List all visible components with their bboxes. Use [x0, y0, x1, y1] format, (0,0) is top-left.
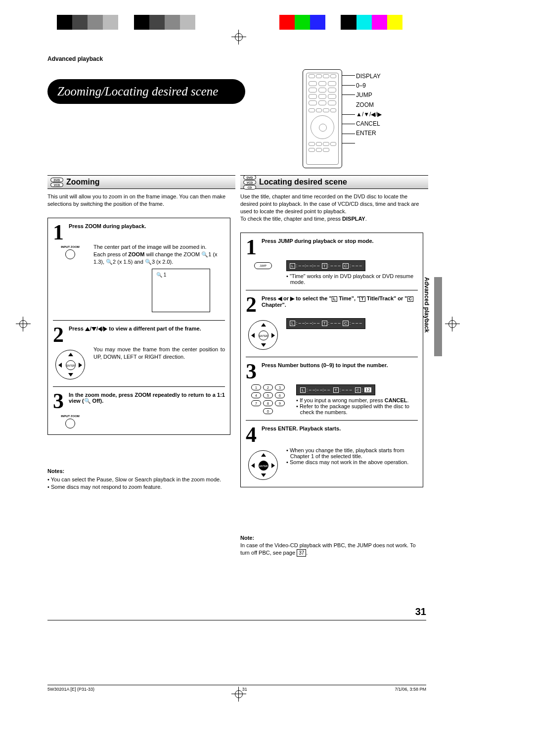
r-step4-bullet: Some discs may not work in the above ope… — [286, 459, 418, 465]
label-0-9: 0–9 — [356, 81, 382, 91]
zooming-heading: DVD VCD Zooming — [47, 175, 235, 189]
page-number-rule — [47, 620, 426, 620]
running-header: Advanced playback — [47, 55, 103, 62]
registration-cross-left — [16, 317, 31, 331]
number-pad-icon: 123 456 789 0 — [246, 384, 290, 414]
label-jump: JUMP — [356, 91, 382, 100]
step-number-3: 3 — [53, 392, 68, 410]
osd-display: L: – –:– –:– – T: – – – C: 12 — [296, 384, 375, 395]
r-step1-head: Press JUMP during playback or stop mode. — [262, 238, 418, 244]
zooming-intro: This unit will allow you to zoom in on t… — [47, 193, 230, 208]
thumb-tab-block — [434, 277, 442, 356]
zooming-steps-box: 1 Press ZOOM during playback. INPUT ZOOM… — [47, 218, 230, 435]
locating-heading: DVD VCD CD Locating desired scene — [240, 175, 428, 189]
badge-dvd: DVD — [243, 175, 256, 180]
r-step4-head: Press ENTER. Playback starts. — [262, 425, 418, 431]
osd-display: L: – –:– –:– – T: – – – C: – – – — [286, 260, 365, 271]
step1-desc2: Each press of ZOOM will change the ZOOM … — [93, 251, 225, 266]
footer-left: 5W30201A [E] (P31-33) — [47, 687, 94, 692]
osd-display: L: – –:– –:– – T: – – – C: – – – — [286, 318, 365, 329]
zoom-preview-screen: 🔍 1 — [152, 269, 210, 312]
dpad-icon: ENTER — [248, 450, 278, 480]
badge-vcd: VCD — [50, 183, 63, 187]
zoom-level-indicator: 🔍 1 — [156, 272, 166, 278]
zoom-btn-label: INPUT ZOOM — [53, 245, 88, 248]
page-number: 31 — [415, 606, 426, 617]
step1-head: Press ZOOM during playback. — [69, 223, 225, 229]
dpad-icon: ENTER — [55, 350, 85, 379]
callout-line — [342, 124, 355, 124]
thumb-tab-label: Advanced playback — [423, 277, 430, 332]
zooming-notes: Notes: You can select the Pause, Slow or… — [47, 468, 230, 491]
badge-vcd: VCD — [243, 180, 256, 185]
step2-head: Press /// to view a different part of th… — [69, 326, 225, 331]
label-enter: ENTER — [356, 129, 382, 138]
print-registration-grays — [57, 15, 195, 30]
jump-button-icon: JUMP — [254, 262, 272, 269]
locating-steps-box: 1 Press JUMP during playback or stop mod… — [240, 233, 423, 487]
step3-head: In the zoom mode, press ZOOM repeatedly … — [69, 392, 225, 404]
note-heading: Note: — [240, 534, 423, 542]
callout-line — [342, 143, 355, 143]
dpad-icon: ENTER — [248, 320, 278, 350]
callout-line — [342, 94, 355, 95]
label-arrows: ▲/▼/◀/▶ — [356, 110, 382, 119]
r-step3-head: Press Number buttons (0–9) to input the … — [262, 362, 418, 368]
r-step4-bullet: When you change the title, playback star… — [286, 447, 418, 459]
page-title: Zooming/Locating desired scene — [47, 79, 245, 104]
step-number-1: 1 — [53, 223, 68, 241]
locating-title: Locating desired scene — [259, 178, 347, 187]
callout-line — [342, 134, 355, 134]
page-root: Advanced playback Zooming/Locating desir… — [0, 0, 534, 756]
registration-cross-right — [445, 317, 460, 331]
badge-cd: CD — [243, 185, 256, 189]
label-cancel: CANCEL — [356, 119, 382, 129]
step-number-3: 3 — [246, 362, 261, 380]
step-number-1: 1 — [246, 238, 261, 256]
note-item: Some discs may not respond to zoom featu… — [47, 483, 230, 491]
zoom-btn-label-2: INPUT ZOOM — [53, 415, 88, 418]
remote-illustration — [303, 69, 342, 168]
notes-heading: Notes: — [47, 468, 230, 475]
note-item: You can select the Pause, Slow or Search… — [47, 476, 230, 483]
badge-dvd: DVD — [50, 178, 63, 182]
step2-desc: You may move the frame from the center p… — [93, 346, 225, 361]
step-number-2: 2 — [246, 295, 261, 314]
locating-note: Note: In case of the Video-CD playback w… — [240, 534, 423, 557]
zooming-title: Zooming — [66, 178, 100, 187]
footer-mid: 31 — [242, 687, 247, 692]
step1-desc1: The center part of the image will be zoo… — [93, 243, 225, 251]
step-number-4: 4 — [246, 425, 261, 444]
imposition-footer: 5W30201A [E] (P31-33) 31 7/1/06, 3:58 PM — [47, 685, 426, 692]
registration-cross-top — [231, 30, 246, 45]
callout-line — [342, 75, 355, 76]
r-step3-bullet2: Refer to the package supplied with the d… — [296, 403, 418, 415]
footer-right: 7/1/06, 3:58 PM — [395, 687, 426, 692]
r-step2-head: Press ◀ or ▶ to select the "L Time", "T … — [262, 295, 418, 308]
step-number-2: 2 — [53, 326, 68, 344]
r-step3-bullet1: If you input a wrong number, press CANCE… — [296, 397, 418, 403]
zoom-button-icon — [65, 249, 75, 259]
page-ref-box: 37 — [297, 549, 306, 557]
locating-intro: Use the title, chapter and time recorded… — [240, 193, 423, 222]
zoom-button-icon — [65, 419, 75, 428]
print-registration-colors — [279, 15, 418, 30]
label-display: DISPLAY — [356, 72, 382, 81]
callout-line — [342, 85, 355, 86]
callout-line — [342, 114, 355, 115]
remote-callout-labels: DISPLAY 0–9 JUMP ZOOM ▲/▼/◀/▶ CANCEL ENT… — [356, 72, 382, 138]
r-step1-bullet: "Time" works only in DVD playback or DVD… — [286, 273, 418, 285]
label-zoom: ZOOM — [356, 100, 382, 110]
